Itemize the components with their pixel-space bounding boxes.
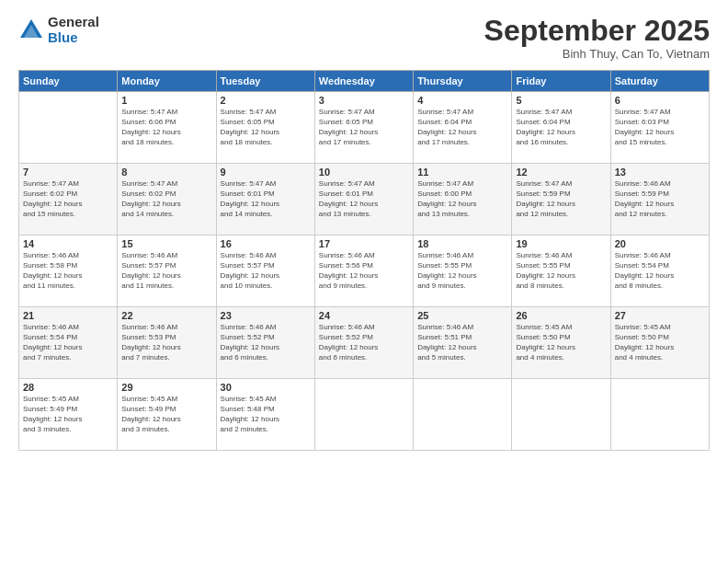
day-info: Sunrise: 5:47 AM Sunset: 6:03 PM Dayligh… — [615, 108, 705, 147]
day-number: 25 — [417, 310, 507, 321]
day-info: Sunrise: 5:46 AM Sunset: 5:58 PM Dayligh… — [23, 251, 113, 291]
day-number: 28 — [23, 382, 113, 393]
day-number: 20 — [615, 238, 705, 249]
table-row: 11Sunrise: 5:47 AM Sunset: 6:00 PM Dayli… — [414, 164, 512, 236]
table-row — [610, 379, 709, 451]
day-number: 12 — [516, 167, 606, 178]
day-number: 6 — [615, 95, 705, 106]
col-tuesday: Tuesday — [216, 71, 314, 92]
day-number: 14 — [23, 238, 113, 249]
calendar-week-row: 28Sunrise: 5:45 AM Sunset: 5:49 PM Dayli… — [19, 379, 710, 451]
day-number: 8 — [121, 167, 211, 178]
table-row: 9Sunrise: 5:47 AM Sunset: 6:01 PM Daylig… — [216, 164, 314, 236]
day-info: Sunrise: 5:46 AM Sunset: 5:57 PM Dayligh… — [221, 251, 311, 291]
page: General Blue September 2025 Binh Thuy, C… — [0, 0, 728, 563]
day-number: 16 — [221, 238, 311, 249]
table-row: 28Sunrise: 5:45 AM Sunset: 5:49 PM Dayli… — [19, 379, 118, 451]
day-info: Sunrise: 5:46 AM Sunset: 5:55 PM Dayligh… — [516, 251, 606, 291]
title-block: September 2025 Binh Thuy, Can To, Vietna… — [484, 15, 710, 61]
table-row: 7Sunrise: 5:47 AM Sunset: 6:02 PM Daylig… — [19, 164, 118, 236]
col-friday: Friday — [512, 71, 610, 92]
table-row: 8Sunrise: 5:47 AM Sunset: 6:02 PM Daylig… — [118, 164, 216, 236]
header: General Blue September 2025 Binh Thuy, C… — [18, 15, 710, 61]
day-info: Sunrise: 5:47 AM Sunset: 6:04 PM Dayligh… — [417, 108, 507, 147]
day-info: Sunrise: 5:47 AM Sunset: 6:04 PM Dayligh… — [516, 108, 606, 147]
table-row: 29Sunrise: 5:45 AM Sunset: 5:49 PM Dayli… — [118, 379, 216, 451]
table-row: 16Sunrise: 5:46 AM Sunset: 5:57 PM Dayli… — [216, 236, 314, 307]
day-info: Sunrise: 5:46 AM Sunset: 5:55 PM Dayligh… — [417, 251, 507, 291]
day-number: 11 — [417, 167, 507, 178]
day-info: Sunrise: 5:47 AM Sunset: 6:01 PM Dayligh… — [319, 179, 409, 219]
table-row: 26Sunrise: 5:45 AM Sunset: 5:50 PM Dayli… — [512, 307, 610, 379]
logo-icon — [18, 17, 44, 43]
day-number: 26 — [516, 310, 606, 321]
table-row: 2Sunrise: 5:47 AM Sunset: 6:05 PM Daylig… — [216, 92, 314, 164]
location-subtitle: Binh Thuy, Can To, Vietnam — [484, 47, 710, 61]
table-row: 13Sunrise: 5:46 AM Sunset: 5:59 PM Dayli… — [610, 164, 709, 236]
day-number: 13 — [615, 167, 705, 178]
table-row — [19, 92, 118, 164]
table-row: 25Sunrise: 5:46 AM Sunset: 5:51 PM Dayli… — [414, 307, 512, 379]
calendar-week-row: 1Sunrise: 5:47 AM Sunset: 6:06 PM Daylig… — [19, 92, 710, 164]
table-row: 18Sunrise: 5:46 AM Sunset: 5:55 PM Dayli… — [414, 236, 512, 307]
table-row: 6Sunrise: 5:47 AM Sunset: 6:03 PM Daylig… — [610, 92, 709, 164]
day-info: Sunrise: 5:45 AM Sunset: 5:49 PM Dayligh… — [121, 395, 211, 434]
day-info: Sunrise: 5:46 AM Sunset: 5:54 PM Dayligh… — [615, 251, 705, 291]
day-info: Sunrise: 5:47 AM Sunset: 6:00 PM Dayligh… — [417, 179, 507, 219]
day-info: Sunrise: 5:46 AM Sunset: 5:54 PM Dayligh… — [23, 323, 113, 362]
table-row: 10Sunrise: 5:47 AM Sunset: 6:01 PM Dayli… — [314, 164, 413, 236]
table-row: 15Sunrise: 5:46 AM Sunset: 5:57 PM Dayli… — [118, 236, 216, 307]
table-row — [512, 379, 610, 451]
table-row — [314, 379, 413, 451]
table-row: 30Sunrise: 5:45 AM Sunset: 5:48 PM Dayli… — [216, 379, 314, 451]
table-row: 19Sunrise: 5:46 AM Sunset: 5:55 PM Dayli… — [512, 236, 610, 307]
col-monday: Monday — [118, 71, 216, 92]
day-number: 9 — [221, 167, 311, 178]
day-number: 5 — [516, 95, 606, 106]
col-saturday: Saturday — [610, 71, 709, 92]
day-info: Sunrise: 5:45 AM Sunset: 5:50 PM Dayligh… — [516, 323, 606, 362]
day-number: 10 — [319, 167, 409, 178]
day-number: 27 — [615, 310, 705, 321]
day-info: Sunrise: 5:47 AM Sunset: 6:05 PM Dayligh… — [319, 108, 409, 147]
calendar-header-row: Sunday Monday Tuesday Wednesday Thursday… — [19, 71, 710, 92]
table-row: 21Sunrise: 5:46 AM Sunset: 5:54 PM Dayli… — [19, 307, 118, 379]
day-info: Sunrise: 5:45 AM Sunset: 5:49 PM Dayligh… — [23, 395, 113, 434]
table-row: 22Sunrise: 5:46 AM Sunset: 5:53 PM Dayli… — [118, 307, 216, 379]
day-number: 30 — [221, 382, 311, 393]
month-title: September 2025 — [484, 15, 710, 47]
calendar-week-row: 7Sunrise: 5:47 AM Sunset: 6:02 PM Daylig… — [19, 164, 710, 236]
day-info: Sunrise: 5:46 AM Sunset: 5:59 PM Dayligh… — [615, 179, 705, 219]
day-number: 23 — [221, 310, 311, 321]
day-number: 21 — [23, 310, 113, 321]
logo: General Blue — [18, 15, 99, 45]
table-row: 23Sunrise: 5:46 AM Sunset: 5:52 PM Dayli… — [216, 307, 314, 379]
table-row: 1Sunrise: 5:47 AM Sunset: 6:06 PM Daylig… — [118, 92, 216, 164]
table-row: 20Sunrise: 5:46 AM Sunset: 5:54 PM Dayli… — [610, 236, 709, 307]
day-number: 1 — [121, 95, 211, 106]
day-number: 29 — [121, 382, 211, 393]
table-row: 12Sunrise: 5:47 AM Sunset: 5:59 PM Dayli… — [512, 164, 610, 236]
logo-blue: Blue — [48, 30, 99, 46]
table-row: 4Sunrise: 5:47 AM Sunset: 6:04 PM Daylig… — [414, 92, 512, 164]
table-row: 17Sunrise: 5:46 AM Sunset: 5:56 PM Dayli… — [314, 236, 413, 307]
day-info: Sunrise: 5:45 AM Sunset: 5:48 PM Dayligh… — [221, 395, 311, 434]
col-sunday: Sunday — [19, 71, 118, 92]
day-info: Sunrise: 5:45 AM Sunset: 5:50 PM Dayligh… — [615, 323, 705, 362]
day-info: Sunrise: 5:47 AM Sunset: 6:06 PM Dayligh… — [121, 108, 211, 147]
day-number: 22 — [121, 310, 211, 321]
calendar-week-row: 14Sunrise: 5:46 AM Sunset: 5:58 PM Dayli… — [19, 236, 710, 307]
day-info: Sunrise: 5:47 AM Sunset: 6:02 PM Dayligh… — [23, 179, 113, 219]
day-info: Sunrise: 5:46 AM Sunset: 5:51 PM Dayligh… — [417, 323, 507, 362]
day-info: Sunrise: 5:47 AM Sunset: 6:01 PM Dayligh… — [221, 179, 311, 219]
day-info: Sunrise: 5:46 AM Sunset: 5:53 PM Dayligh… — [121, 323, 211, 362]
day-number: 4 — [417, 95, 507, 106]
logo-general: General — [48, 15, 99, 30]
day-number: 15 — [121, 238, 211, 249]
col-thursday: Thursday — [414, 71, 512, 92]
table-row: 5Sunrise: 5:47 AM Sunset: 6:04 PM Daylig… — [512, 92, 610, 164]
day-info: Sunrise: 5:46 AM Sunset: 5:57 PM Dayligh… — [121, 251, 211, 291]
calendar-table: Sunday Monday Tuesday Wednesday Thursday… — [18, 70, 710, 451]
day-number: 19 — [516, 238, 606, 249]
table-row: 3Sunrise: 5:47 AM Sunset: 6:05 PM Daylig… — [314, 92, 413, 164]
